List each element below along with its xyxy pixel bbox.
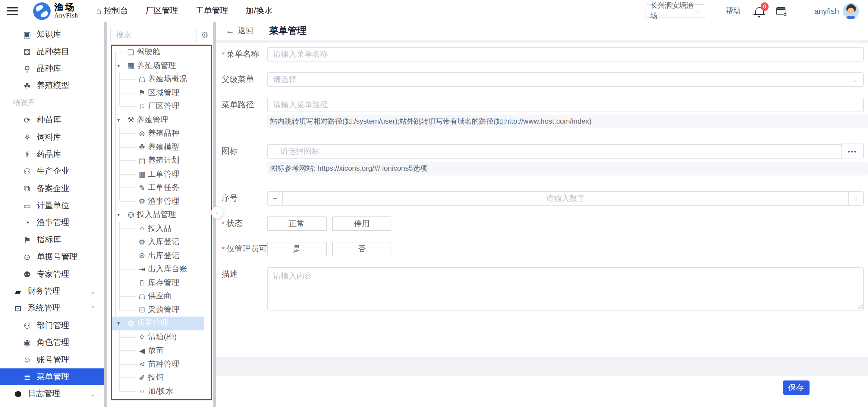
icon-select-input[interactable]: 请选择图标: [267, 144, 864, 159]
menu-name-input[interactable]: 请输入菜单名称: [267, 47, 864, 62]
tree-node[interactable]: ⊟ 采购管理: [107, 303, 213, 317]
tree-node-icon: ⊲: [138, 360, 146, 369]
sidebar-item[interactable]: ⚉ 专家管理: [0, 265, 104, 283]
hamburger-menu-icon[interactable]: [7, 5, 18, 17]
sidebar-item[interactable]: ⚲ 品种库: [0, 60, 104, 77]
help-link[interactable]: 帮助: [726, 6, 741, 16]
tree-node[interactable]: ✐ 投饵: [107, 371, 213, 384]
sidebar-item[interactable]: ◉ 角色管理: [0, 334, 104, 351]
nav-item-workorder[interactable]: 工单管理: [195, 5, 228, 16]
sidebar-item[interactable]: ≣ 菜单管理: [0, 368, 104, 385]
sidebar-item[interactable]: ⚕ 药品库: [0, 146, 104, 163]
sidebar-chevron-icon: ⌄: [90, 391, 95, 397]
tree-node-icon: ⚙: [138, 238, 146, 247]
caret-down-icon[interactable]: ▾: [117, 212, 120, 218]
tree-node[interactable]: ⊲ 苗种管理: [107, 357, 213, 371]
textarea-resize-handle[interactable]: [857, 304, 863, 309]
tree-node[interactable]: ▾ ❂ 质量管理: [112, 317, 204, 330]
sidebar-item-label: 部门管理: [37, 320, 69, 331]
farm-selector[interactable]: 长兴泗安塘渔场 ⌄: [646, 4, 705, 18]
tree-node[interactable]: ▤ 养殖计划: [107, 154, 213, 167]
tree-node[interactable]: ▯ 库存管理: [107, 276, 213, 289]
tree-node[interactable]: ○ 加/换水: [107, 384, 213, 398]
tree-search-input[interactable]: 搜索: [110, 28, 197, 42]
back-button[interactable]: 返回: [238, 26, 254, 36]
increment-button[interactable]: +: [848, 192, 863, 205]
tree-node[interactable]: ☖ 养殖场概况: [107, 72, 213, 86]
sidebar-item[interactable]: ◔ 渔事管理: [0, 214, 104, 231]
sidebar-item[interactable]: ⊡ 系统管理 ⌃: [0, 300, 104, 317]
status-option-normal[interactable]: 正常: [267, 216, 327, 231]
nav-item-console[interactable]: ⌂ 控制台: [96, 5, 128, 16]
sidebar-item[interactable]: 物资库: [0, 94, 104, 112]
sidebar-item-icon: ▣: [22, 30, 32, 39]
nav-item-water[interactable]: 加/换水: [246, 5, 273, 16]
sidebar-item[interactable]: ⟳ 种苗库: [0, 112, 104, 129]
status-option-disabled[interactable]: 停用: [332, 216, 392, 231]
save-button[interactable]: 保存: [783, 380, 809, 395]
sidebar-item[interactable]: ▣ 知识库: [0, 26, 104, 43]
tree-node-label: 采购管理: [148, 305, 179, 315]
sidebar-item[interactable]: ⧉ 备案企业: [0, 180, 104, 197]
sidebar-item[interactable]: ▰ 财务管理 ⌄: [0, 283, 104, 300]
tree-node[interactable]: ▾ ⚒ 养殖管理: [107, 113, 213, 127]
parent-menu-select[interactable]: 请选择 ⌄: [267, 72, 864, 87]
menu-tree: ❏ 驾驶舱 ▾ ▦ 养殖场管理 ☖ 养殖场概况 ⚑ 区域管理 ⚐: [107, 45, 213, 398]
tree-node-label: 质量管理: [137, 318, 168, 329]
tree-node[interactable]: ▥ 工单管理: [107, 167, 213, 181]
sidebar-scrollbar[interactable]: [104, 22, 107, 407]
caret-down-icon[interactable]: ▾: [117, 63, 120, 69]
tree-node[interactable]: ✎ 工单任务: [107, 181, 213, 194]
workbench-settings-icon[interactable]: [776, 7, 785, 15]
tree-settings-gear-icon[interactable]: ⚙: [201, 30, 209, 40]
required-asterisk: *: [221, 50, 225, 59]
admin-only-option-yes[interactable]: 是: [267, 242, 327, 256]
sidebar-item[interactable]: ⊙ 单据号管理: [0, 248, 104, 265]
sidebar-item[interactable]: ⬢ 日志管理 ⌄: [0, 385, 104, 403]
tree-node[interactable]: ◊ 清塘(槽): [107, 330, 213, 344]
sidebar-item-label: 计量单位: [37, 200, 69, 211]
order-number-input[interactable]: − 请输入数字 +: [267, 191, 864, 206]
icon-more-button[interactable]: •••: [841, 144, 864, 159]
caret-down-icon[interactable]: ▾: [117, 117, 120, 123]
sidebar-item[interactable]: ☘ 养殖模型: [0, 77, 104, 94]
menu-path-input[interactable]: 请输入菜单路径: [267, 98, 864, 112]
tree-node[interactable]: ⊛ 养殖品种: [107, 127, 213, 140]
decrement-button[interactable]: −: [268, 192, 283, 205]
nav-item-factory[interactable]: 厂区管理: [146, 5, 178, 16]
sidebar-item[interactable]: ⚄ 品种类目: [0, 43, 104, 60]
notification-badge: 0: [761, 2, 769, 10]
tree-node-icon: ▯: [138, 278, 146, 287]
sidebar-item[interactable]: ▭ 计量单位: [0, 197, 104, 214]
tree-node[interactable]: ⚙ 入库登记: [107, 235, 213, 249]
admin-only-option-no[interactable]: 否: [332, 242, 392, 256]
sidebar-item[interactable]: ⚇ 生产企业: [0, 163, 104, 180]
sidebar-item[interactable]: ☺ 账号管理: [0, 351, 104, 368]
avatar[interactable]: [843, 3, 859, 19]
tree-node[interactable]: ⚑ 区域管理: [107, 86, 213, 99]
caret-down-icon[interactable]: ▾: [117, 320, 120, 326]
tree-node-label: 工单管理: [148, 169, 179, 180]
tree-node[interactable]: ▾ ▦ 养殖场管理: [107, 59, 213, 72]
tree-node[interactable]: ⇥ 出入库台账: [107, 262, 213, 276]
sidebar-item-icon: ▰: [13, 286, 23, 296]
tree-node[interactable]: ❏ 驾驶舱: [107, 45, 213, 59]
tree-node[interactable]: ⚙ 渔事管理: [107, 194, 213, 208]
tree-node[interactable]: ▾ ⛁ 投入品管理: [107, 208, 213, 222]
back-arrow-icon[interactable]: ←: [226, 26, 234, 36]
panel-collapse-handle[interactable]: ‹: [211, 206, 223, 219]
tree-node[interactable]: ☖ 供应商: [107, 289, 213, 303]
notification-bell[interactable]: 0: [755, 7, 764, 14]
app-logo[interactable]: 渔场 AnyFish: [33, 2, 78, 20]
tree-node[interactable]: ☘ 养殖模型: [107, 140, 213, 154]
sidebar-item[interactable]: ⚑ 指标库: [0, 231, 104, 248]
tree-node[interactable]: ⚐ 厂区管理: [107, 99, 213, 113]
nav-item-label: 控制台: [104, 5, 128, 16]
tree-node-label: 养殖场管理: [137, 60, 176, 71]
tree-node[interactable]: ⊛ 出库登记: [107, 249, 213, 262]
sidebar-item[interactable]: ⚘ 饲料库: [0, 129, 104, 146]
description-textarea[interactable]: 请输入内容: [267, 267, 864, 310]
tree-node[interactable]: ○ 投入品: [107, 222, 213, 235]
tree-node[interactable]: ◀ 放苗: [107, 344, 213, 357]
sidebar-item[interactable]: ⚇ 部门管理: [0, 317, 104, 334]
